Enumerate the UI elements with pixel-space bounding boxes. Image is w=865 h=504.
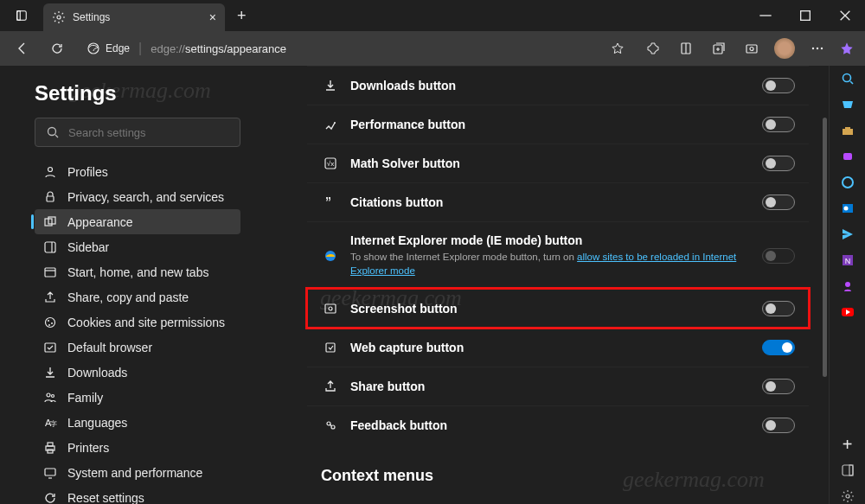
collections-icon[interactable] [704,35,734,62]
sidebar-icon [43,240,57,254]
row-label: Web capture button [350,341,762,354]
more-menu-icon[interactable] [803,35,832,62]
svg-point-29 [48,324,50,326]
minimize-button[interactable] [746,0,785,31]
svg-point-32 [52,394,54,397]
feedback-icon [321,418,340,432]
favorite-icon[interactable] [611,41,625,55]
extensions-icon[interactable] [638,35,668,62]
sidebar-outlook-icon[interactable] [840,201,855,216]
nav-item-cookies[interactable]: Cookies and site permissions [35,309,240,335]
profile-avatar[interactable] [770,35,799,62]
sidebar-kids-icon[interactable] [840,278,855,294]
sidebar-send-icon[interactable] [840,226,855,242]
svg-point-15 [821,48,823,49]
svg-text:”: ” [325,195,331,208]
sidebar-tools-icon[interactable] [840,123,855,138]
section-title-context-menus: Context menus [321,467,809,485]
nav-item-language[interactable]: A字Languages [35,410,240,435]
svg-point-16 [48,128,56,136]
back-button[interactable] [7,35,38,62]
nav-item-profile[interactable]: Profiles [35,159,240,184]
sidebar-office-icon[interactable] [840,175,855,190]
svg-rect-53 [843,129,853,135]
nav-item-share[interactable]: Share, copy and paste [35,284,240,309]
nav-item-default[interactable]: Default browser [35,335,240,360]
bing-chat-icon[interactable] [836,37,858,60]
nav-item-home[interactable]: Start, home, and new tabs [35,259,240,284]
svg-rect-55 [843,153,852,160]
toggle-screenshot[interactable] [762,301,795,316]
svg-rect-4 [801,11,811,21]
svg-rect-1 [17,11,21,21]
scrollbar[interactable] [823,118,827,377]
nav-label: Languages [67,416,127,430]
sidebar-settings-icon[interactable] [840,488,855,504]
math-icon: √x [321,156,340,170]
sidebar-hide-icon[interactable] [840,463,855,478]
svg-point-61 [845,282,850,287]
svg-text:N: N [844,257,850,265]
toggle-cite[interactable] [762,195,795,210]
settings-nav: Settings ProfilesPrivacy, search, and se… [0,66,260,504]
sidebar-add-icon[interactable]: + [840,437,855,452]
nav-label: Family [67,391,103,405]
refresh-button[interactable] [42,35,73,62]
reset-icon [43,491,57,505]
toggle-perf[interactable] [762,117,795,132]
setting-row-perf: Performance button [307,105,809,144]
sidebar-games-icon[interactable] [840,149,855,164]
tab-actions-icon[interactable] [16,10,28,22]
nav-item-download[interactable]: Downloads [35,360,240,385]
nav-item-sidebar[interactable]: Sidebar [35,234,240,259]
nav-item-system[interactable]: System and performance [35,460,240,485]
browser-tab[interactable]: Settings × [43,3,225,31]
appearance-icon [43,215,57,229]
nav-label: Share, copy and paste [67,290,189,304]
svg-point-13 [812,48,814,49]
nav-label: Appearance [67,215,133,229]
svg-point-40 [334,122,336,124]
nav-item-lock[interactable]: Privacy, search, and services [35,184,240,209]
download-icon [43,366,57,380]
toggle-download[interactable] [762,78,795,93]
nav-label: Cookies and site permissions [67,316,225,329]
nav-item-printer[interactable]: Printers [35,435,240,460]
row-label: Share button [350,380,762,393]
screenshot-icon [321,302,340,316]
sidebar-youtube-icon[interactable] [840,304,855,320]
settings-search-input[interactable] [68,126,229,139]
setting-row-cite: ”Citations button [307,182,809,221]
language-icon: A字 [43,416,57,430]
sidebar-search-icon[interactable] [840,71,855,86]
svg-point-18 [48,167,53,171]
ie-mode-link[interactable]: allow sites to be reloaded in Internet E… [350,252,736,276]
svg-point-31 [47,393,50,397]
toolbar: Edge | edge://settings/appearance [0,31,865,66]
nav-item-appearance[interactable]: Appearance [35,209,240,234]
sidebar-shopping-icon[interactable] [840,97,855,112]
svg-line-52 [850,81,853,84]
favorites-icon[interactable] [671,35,701,62]
tab-close-icon[interactable]: × [209,10,216,24]
nav-label: System and performance [67,466,202,480]
svg-point-27 [48,320,49,322]
sidebar-onenote-icon[interactable]: N [840,252,855,268]
nav-item-reset[interactable]: Reset settings [35,485,240,504]
profile-icon [43,165,57,179]
svg-point-12 [750,48,753,51]
nav-label: Start, home, and new tabs [67,265,208,279]
close-window-button[interactable] [825,0,865,31]
new-tab-button[interactable]: + [234,3,250,29]
address-bar[interactable]: Edge | edge://settings/appearance [80,35,631,61]
maximize-button[interactable] [785,0,825,31]
capture-icon [321,341,340,354]
share2-icon [321,380,340,393]
nav-item-family[interactable]: Family [35,385,240,410]
screenshot-toolbar-icon[interactable] [737,35,766,62]
toggle-share2[interactable] [762,379,795,394]
settings-search[interactable] [35,118,240,147]
toggle-capture[interactable] [762,340,795,355]
toggle-feedback[interactable] [762,418,795,433]
toggle-math[interactable] [762,156,795,171]
